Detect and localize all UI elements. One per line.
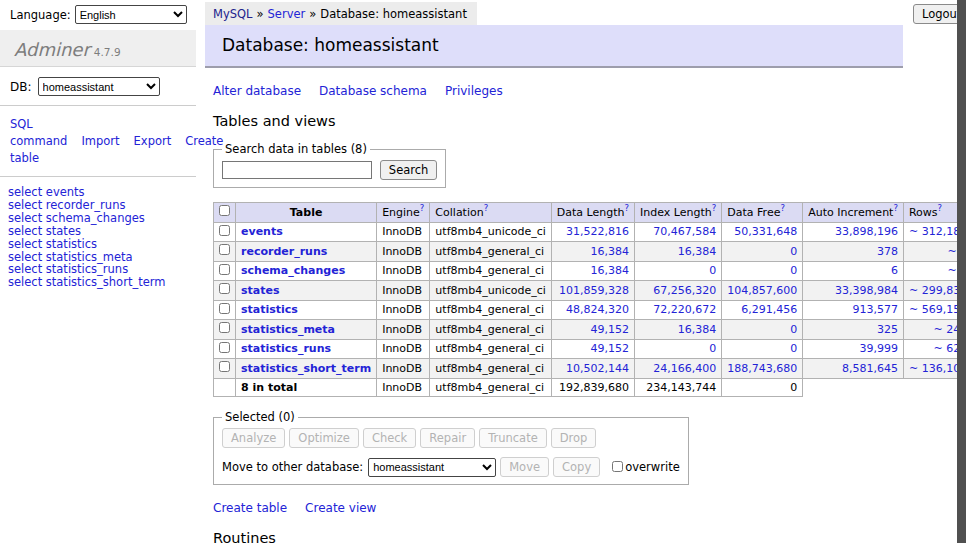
- value-link[interactable]: 0: [790, 342, 797, 355]
- value-link[interactable]: 913,577: [852, 303, 898, 316]
- column-help-link[interactable]: ?: [484, 203, 489, 213]
- value-link[interactable]: 0: [709, 342, 716, 355]
- row-checkbox[interactable]: [219, 342, 230, 353]
- table-name-link[interactable]: statistics: [241, 303, 298, 316]
- column-header-collation: Collation?: [430, 203, 551, 223]
- sidebar-action-export[interactable]: Export: [134, 134, 172, 148]
- value-link[interactable]: 104,857,600: [727, 284, 797, 297]
- table-name-link[interactable]: states: [241, 284, 280, 297]
- row-checkbox[interactable]: [219, 283, 230, 294]
- move-button[interactable]: Move: [500, 457, 549, 477]
- row-checkbox[interactable]: [219, 225, 230, 236]
- repair-button[interactable]: Repair: [420, 428, 475, 448]
- create-link-create-table[interactable]: Create table: [213, 501, 287, 515]
- column-help-link[interactable]: ?: [938, 203, 943, 213]
- truncate-button[interactable]: Truncate: [479, 428, 547, 448]
- value-link[interactable]: 101,859,328: [559, 284, 629, 297]
- value-link[interactable]: 0: [709, 264, 716, 277]
- collation-cell: utf8mb4_general_ci: [430, 320, 551, 340]
- value-link[interactable]: 33,398,984: [835, 284, 898, 297]
- scrollbar[interactable]: [957, 0, 966, 543]
- table-name-link[interactable]: statistics_runs: [241, 342, 331, 355]
- sidebar-action-sql-command[interactable]: SQL command: [10, 117, 67, 148]
- column-label: Data Free: [727, 206, 780, 219]
- value-link[interactable]: 16,384: [591, 245, 630, 258]
- collation-cell: utf8mb4_general_ci: [430, 261, 551, 281]
- table-name-link[interactable]: recorder_runs: [241, 245, 327, 258]
- column-help-link[interactable]: ?: [780, 203, 785, 213]
- analyze-button[interactable]: Analyze: [222, 428, 285, 448]
- table-name-link[interactable]: statistics_meta: [241, 323, 335, 336]
- db-label: DB:: [10, 80, 32, 94]
- value-link[interactable]: 6: [891, 264, 898, 277]
- column-help-link[interactable]: ?: [420, 203, 425, 213]
- value-link[interactable]: 10,502,144: [566, 362, 629, 375]
- db-select[interactable]: homeassistant: [38, 77, 160, 96]
- column-header-index-length: Index Length?: [635, 203, 722, 223]
- value-link[interactable]: 70,467,584: [653, 225, 716, 238]
- column-help-link[interactable]: ?: [893, 203, 898, 213]
- search-input[interactable]: [222, 161, 372, 179]
- breadcrumb-link-server[interactable]: Server: [268, 7, 306, 21]
- move-db-select[interactable]: homeassistant: [368, 458, 496, 477]
- table-name-link[interactable]: statistics_short_term: [241, 362, 371, 375]
- breadcrumb-link-mysql[interactable]: MySQL: [213, 7, 253, 21]
- optimize-button[interactable]: Optimize: [289, 428, 359, 448]
- app-name: Adminer: [14, 39, 90, 60]
- table-name-link[interactable]: events: [241, 225, 283, 238]
- value-link[interactable]: 16,384: [678, 245, 717, 258]
- value-link[interactable]: 16,384: [678, 323, 717, 336]
- collation-cell: utf8mb4_general_ci: [430, 300, 551, 320]
- value-link[interactable]: 378: [877, 245, 898, 258]
- sidebar-link-select-events[interactable]: select events: [8, 186, 196, 199]
- value-link[interactable]: 8,581,645: [842, 362, 898, 375]
- value-link[interactable]: 0: [790, 245, 797, 258]
- collation-cell: utf8mb4_unicode_ci: [430, 222, 551, 242]
- sidebar-link-select-schema-changes[interactable]: select schema_changes: [8, 212, 196, 225]
- language-select[interactable]: English: [75, 5, 187, 24]
- column-help-link[interactable]: ?: [625, 203, 630, 213]
- value-link[interactable]: 33,898,196: [835, 225, 898, 238]
- value-link[interactable]: 6,291,456: [741, 303, 797, 316]
- value-link[interactable]: 16,384: [591, 264, 630, 277]
- row-checkbox[interactable]: [219, 303, 230, 314]
- db-link-alter-database[interactable]: Alter database: [213, 84, 301, 98]
- sidebar-action-import[interactable]: Import: [81, 134, 119, 148]
- sidebar-link-select-recorder-runs[interactable]: select recorder_runs: [8, 199, 196, 212]
- db-link-database-schema[interactable]: Database schema: [319, 84, 427, 98]
- value-link[interactable]: 31,522,816: [566, 225, 629, 238]
- value-link[interactable]: 72,220,672: [653, 303, 716, 316]
- sidebar-link-select-statistics-short-term[interactable]: select statistics_short_term: [8, 276, 196, 289]
- value-link[interactable]: 50,331,648: [734, 225, 797, 238]
- create-links: Create tableCreate view: [213, 501, 905, 515]
- sidebar-link-select-states[interactable]: select states: [8, 225, 196, 238]
- value-link[interactable]: 325: [877, 323, 898, 336]
- value-link[interactable]: 0: [790, 323, 797, 336]
- select-all-checkbox[interactable]: [219, 205, 230, 216]
- value-link[interactable]: 188,743,680: [727, 362, 797, 375]
- check-button[interactable]: Check: [363, 428, 416, 448]
- row-checkbox[interactable]: [219, 361, 230, 372]
- table-name-link[interactable]: schema_changes: [241, 264, 345, 277]
- row-checkbox-cell: [214, 339, 236, 359]
- overwrite-checkbox[interactable]: [612, 461, 623, 472]
- value-link[interactable]: 49,152: [591, 342, 630, 355]
- value-link[interactable]: 39,999: [859, 342, 898, 355]
- copy-button[interactable]: Copy: [553, 457, 600, 477]
- row-checkbox[interactable]: [219, 244, 230, 255]
- create-link-create-view[interactable]: Create view: [305, 501, 376, 515]
- db-link-privileges[interactable]: Privileges: [445, 84, 503, 98]
- db-selector-row: DB: homeassistant: [0, 67, 196, 106]
- value-link[interactable]: 49,152: [591, 323, 630, 336]
- column-help-link[interactable]: ?: [712, 203, 717, 213]
- value-link[interactable]: 0: [790, 264, 797, 277]
- search-button[interactable]: Search: [380, 160, 438, 180]
- row-checkbox[interactable]: [219, 264, 230, 275]
- value-link[interactable]: 67,256,320: [653, 284, 716, 297]
- sidebar-link-select-statistics[interactable]: select statistics: [8, 238, 196, 251]
- drop-button[interactable]: Drop: [551, 428, 597, 448]
- value-link[interactable]: 24,166,400: [653, 362, 716, 375]
- move-label: Move to other database:: [222, 460, 363, 474]
- row-checkbox[interactable]: [219, 322, 230, 333]
- value-link[interactable]: 48,824,320: [566, 303, 629, 316]
